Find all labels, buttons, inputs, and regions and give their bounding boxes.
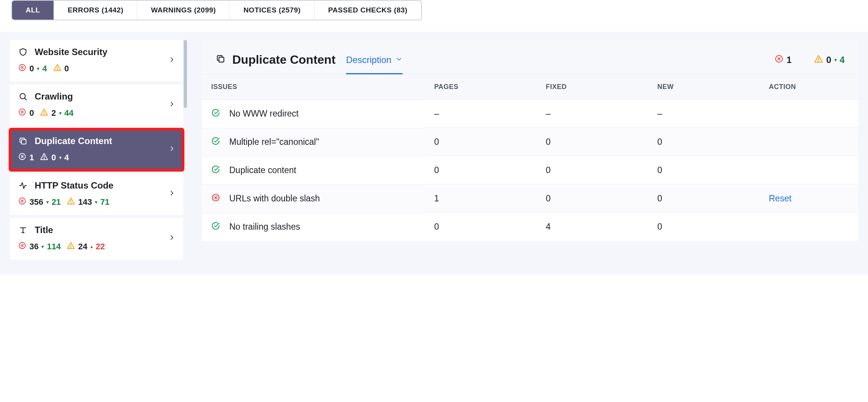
issue-cell: No WWW redirect — [202, 100, 425, 128]
warning-icon — [40, 108, 48, 118]
new-cell: 0 — [648, 184, 760, 213]
svg-rect-12 — [219, 57, 224, 62]
sidebar-item-duplicate-content[interactable]: Duplicate Content 1 0 ▾ 4 — [10, 129, 183, 170]
issue-cell: No trailing slashes — [202, 213, 425, 241]
delta-down-icon: ▾ — [46, 199, 49, 205]
errors-delta: 114 — [47, 242, 61, 252]
sidebar-item-label: HTTP Status Code — [35, 180, 113, 191]
action-cell — [760, 213, 858, 241]
filter-tab-notices[interactable]: NOTICES (2579) — [230, 1, 315, 20]
copy-icon — [18, 136, 28, 146]
copy-icon — [216, 53, 225, 67]
error-icon — [18, 197, 26, 207]
chevron-right-icon — [168, 100, 176, 110]
error-icon — [211, 193, 220, 204]
action-cell — [760, 156, 858, 184]
issue-label: Multiple rel="canonical" — [229, 137, 319, 148]
new-cell: 0 — [648, 156, 760, 184]
delta-up-icon: ▴ — [90, 244, 93, 249]
category-sidebar: Website Security 0 ▾ 4 0 — [10, 40, 187, 259]
warnings-delta: 22 — [96, 242, 105, 252]
error-icon — [18, 241, 26, 252]
dropdown-label: Description — [346, 55, 391, 65]
warnings-delta: 44 — [64, 108, 74, 118]
sidebar-item-crawling[interactable]: Crawling 0 2 ▾ 44 — [10, 84, 183, 126]
col-pages[interactable]: PAGES — [425, 75, 537, 100]
activity-icon — [18, 181, 28, 190]
table-row[interactable]: Multiple rel="canonical"000 — [202, 128, 858, 156]
warnings-count: 0 — [64, 64, 69, 74]
svg-point-7 — [44, 158, 44, 159]
pages-cell: – — [425, 100, 537, 128]
svg-point-4 — [44, 114, 44, 114]
delta-down-icon: ▾ — [59, 110, 61, 116]
warnings-count: 24 — [78, 242, 87, 252]
warning-icon — [40, 152, 48, 163]
sidebar-item-label: Title — [35, 225, 53, 235]
col-action[interactable]: ACTION — [760, 75, 858, 100]
new-cell: 0 — [648, 213, 760, 241]
filter-tab-warnings[interactable]: WARNINGS (2099) — [137, 1, 230, 20]
delta-down-icon: ▾ — [59, 155, 61, 160]
warning-icon — [53, 63, 61, 74]
reset-button[interactable]: Reset — [769, 193, 791, 203]
description-dropdown[interactable]: Description — [346, 53, 403, 74]
warnings-count: 2 — [51, 108, 56, 118]
col-issues[interactable]: ISSUES — [202, 75, 425, 100]
fixed-cell: 0 — [537, 156, 648, 184]
check-circle-icon — [211, 137, 220, 148]
pages-cell: 1 — [425, 184, 537, 213]
col-new[interactable]: NEW — [648, 75, 760, 100]
errors-count: 36 — [29, 242, 38, 252]
errors-count: 1 — [29, 153, 34, 163]
error-icon — [18, 63, 26, 74]
warning-icon — [67, 241, 75, 252]
svg-point-1 — [57, 69, 57, 70]
table-row[interactable]: No trailing slashes040 — [202, 213, 858, 241]
warning-icon — [814, 54, 823, 66]
check-circle-icon — [211, 165, 220, 176]
table-row[interactable]: URLs with double slash100Reset — [202, 184, 858, 213]
sidebar-scrollbar[interactable] — [184, 40, 187, 108]
panel-errors-count: 1 — [787, 55, 791, 65]
filter-bar: ALL ERRORS (1442) WARNINGS (2099) NOTICE… — [0, 0, 868, 32]
errors-delta: 21 — [52, 197, 61, 207]
sidebar-item-website-security[interactable]: Website Security 0 ▾ 4 0 — [10, 40, 183, 81]
errors-delta: 4 — [42, 64, 47, 74]
table-row[interactable]: Duplicate content000 — [202, 156, 858, 184]
warning-icon — [67, 197, 75, 207]
new-cell: – — [648, 100, 760, 128]
fixed-cell: 0 — [537, 184, 648, 213]
pages-cell: 0 — [425, 128, 537, 156]
panel-warnings-count: 0 — [826, 55, 831, 65]
error-icon — [18, 108, 26, 118]
chevron-right-icon — [168, 145, 176, 155]
warnings-delta: 71 — [100, 197, 109, 207]
issue-label: URLs with double slash — [229, 193, 320, 204]
warnings-count: 143 — [78, 197, 92, 207]
filter-tab-all[interactable]: ALL — [12, 1, 54, 20]
action-cell — [760, 128, 858, 156]
issue-cell: Multiple rel="canonical" — [202, 128, 425, 156]
sidebar-item-title[interactable]: Title 36 ▾ 114 24 ▴ 22 — [10, 218, 183, 259]
action-cell: Reset — [760, 184, 858, 213]
shield-icon — [18, 47, 28, 57]
svg-point-9 — [71, 203, 71, 203]
issues-panel: Duplicate Content Description 1 — [202, 40, 858, 241]
fixed-cell: – — [537, 100, 648, 128]
action-cell — [760, 100, 858, 128]
delta-down-icon: ▾ — [834, 57, 837, 63]
issue-label: No trailing slashes — [229, 221, 300, 233]
check-circle-icon — [211, 221, 220, 233]
table-row[interactable]: No WWW redirect––– — [202, 100, 858, 128]
col-fixed[interactable]: FIXED — [537, 75, 648, 100]
issue-label: Duplicate content — [229, 165, 296, 176]
issue-cell: Duplicate content — [202, 156, 425, 184]
filter-tab-errors[interactable]: ERRORS (1442) — [54, 1, 137, 20]
sidebar-item-http-status-code[interactable]: HTTP Status Code 356 ▾ 21 143 ▾ — [10, 173, 183, 215]
filter-tab-passed[interactable]: PASSED CHECKS (83) — [314, 1, 421, 20]
delta-down-icon: ▾ — [95, 199, 97, 205]
warnings-count: 0 — [51, 153, 56, 163]
fixed-cell: 0 — [537, 128, 648, 156]
panel-warnings-delta: 4 — [840, 55, 845, 65]
